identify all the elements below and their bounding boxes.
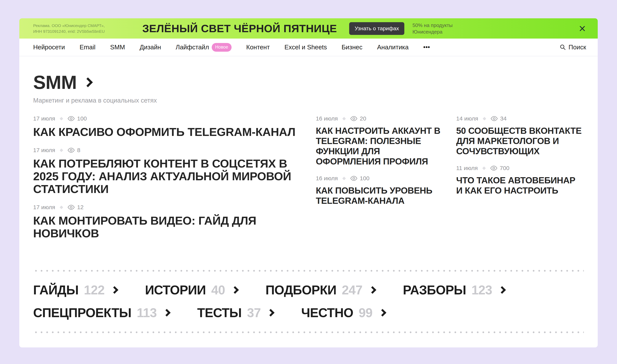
category-count: 247: [342, 284, 362, 296]
article-item[interactable]: 11 июля 700 ЧТО ТАКОЕ АВТОВЕБИНАР И КАК …: [456, 165, 584, 196]
chevron-right-icon: [369, 286, 376, 294]
article-views: 700: [500, 165, 509, 171]
nav-item-label: Excel и Sheets: [284, 44, 327, 51]
nav-item-label: Email: [80, 44, 96, 51]
nav-item-label: Дизайн: [140, 44, 161, 51]
article-date: 11 июля: [456, 165, 478, 171]
nav-item-label: Аналитика: [377, 44, 409, 51]
article-title: КАК ПОВЫСИТЬ УРОВЕНЬ TELEGRAM-КАНАЛА: [316, 185, 443, 206]
more-dots-icon: •••: [423, 44, 430, 51]
category-count: 122: [84, 284, 104, 296]
article-item[interactable]: 16 июля 20 КАК НАСТРОИТЬ АККАУНТ В TELEG…: [316, 115, 443, 167]
article-title: КАК КРАСИВО ОФОРМИТЬ TELEGRAM-КАНАЛ: [33, 126, 303, 138]
banner-title: ЗЕЛЁНЫЙ СВЕТ ЧЁРНОЙ ПЯТНИЦЕ: [142, 22, 337, 35]
search-icon: [560, 44, 566, 50]
category-label: ТЕСТЫ: [197, 306, 242, 319]
article-date: 14 июля: [456, 115, 478, 122]
search-label: Поиск: [569, 44, 586, 51]
nav-item-business[interactable]: Бизнес: [341, 44, 362, 51]
banner-promo-line1: 50% на продукты: [412, 22, 452, 28]
category-podborki[interactable]: ПОДБОРКИ 247: [266, 284, 376, 296]
tariffs-button[interactable]: Узнать о тарифах: [349, 22, 404, 35]
category-specproekty[interactable]: СПЕЦПРОЕКТЫ 113: [33, 306, 171, 319]
nav-item-more[interactable]: •••: [423, 44, 430, 51]
ad-disclaimer: Реклама. ООО «Юнисендер СМАРТ», ИНН 9731…: [33, 23, 124, 34]
category-label: СПЕЦПРОЕКТЫ: [33, 306, 131, 319]
nav-item-email[interactable]: Email: [80, 44, 96, 51]
nav-item-label: Лайфстайл: [176, 44, 209, 51]
article-title: 50 СООБЩЕСТВ ВКОНТАКТЕ ДЛЯ МАРКЕТОЛОГОВ …: [456, 126, 584, 156]
ad-disclaimer-line2: ИНН 9731091240, erid: 2VSb5wSbnEU: [33, 28, 124, 34]
article-meta: 16 июля 20: [316, 115, 443, 122]
nav-item-design[interactable]: Дизайн: [140, 44, 161, 51]
close-icon: [579, 25, 586, 32]
banner-promo: 50% на продукты Юнисендера: [412, 22, 452, 35]
nav-item-analytics[interactable]: Аналитика: [377, 44, 409, 51]
article-meta: 11 июля 700: [456, 165, 584, 171]
category-testy[interactable]: ТЕСТЫ 37: [197, 306, 275, 319]
category-count: 40: [211, 284, 225, 296]
diamond-separator-icon: [482, 166, 486, 170]
nav-item-label: Бизнес: [341, 44, 362, 51]
page-title: SMM: [33, 73, 77, 92]
article-meta: 17 июля 12: [33, 204, 303, 210]
article-item[interactable]: 17 июля 8 КАК ПОТРЕБЛЯЮТ КОНТЕНТ В СОЦСЕ…: [33, 147, 303, 195]
article-item[interactable]: 14 июля 34 50 СООБЩЕСТВ ВКОНТАКТЕ ДЛЯ МА…: [456, 115, 584, 156]
categories-list: ГАЙДЫ 122 ИСТОРИИ 40 ПОДБОРКИ 247 РАЗБОР…: [33, 284, 584, 319]
new-badge: Новое: [212, 43, 231, 52]
article-meta: 14 июля 34: [456, 115, 584, 122]
articles-column-3: 14 июля 34 50 СООБЩЕСТВ ВКОНТАКТЕ ДЛЯ МА…: [456, 115, 584, 204]
diamond-separator-icon: [60, 206, 63, 209]
article-item[interactable]: 17 июля 100 КАК КРАСИВО ОФОРМИТЬ TELEGRA…: [33, 115, 303, 138]
article-item[interactable]: 16 июля 100 КАК ПОВЫСИТЬ УРОВЕНЬ TELEGRA…: [316, 175, 443, 206]
article-views: 100: [360, 175, 369, 182]
category-count: 99: [359, 306, 372, 319]
articles-column-1: 17 июля 100 КАК КРАСИВО ОФОРМИТЬ TELEGRA…: [33, 115, 303, 248]
diamond-separator-icon: [342, 117, 346, 120]
category-istorii[interactable]: ИСТОРИИ 40: [145, 284, 239, 296]
dotted-divider-bottom: [33, 331, 584, 333]
eye-icon: [68, 116, 75, 121]
nav-item-neuroseti[interactable]: Нейросети: [33, 44, 65, 51]
article-title: ЧТО ТАКОЕ АВТОВЕБИНАР И КАК ЕГО НАСТРОИТ…: [456, 175, 584, 196]
nav-item-label: Контент: [246, 44, 270, 51]
diamond-separator-icon: [60, 117, 63, 120]
eye-icon: [350, 116, 357, 121]
articles-column-2: 16 июля 20 КАК НАСТРОИТЬ АККАУНТ В TELEG…: [316, 115, 443, 214]
article-views: 34: [500, 115, 506, 122]
chevron-right-icon: [163, 309, 171, 317]
article-date: 17 июля: [33, 204, 55, 210]
article-meta: 17 июля 8: [33, 147, 303, 154]
banner-close-button[interactable]: [579, 25, 586, 32]
category-gaidy[interactable]: ГАЙДЫ 122: [33, 284, 118, 296]
nav-item-lifestyle[interactable]: Лайфстайл Новое: [176, 43, 231, 52]
article-date: 17 июля: [33, 147, 55, 154]
category-razbory[interactable]: РАЗБОРЫ 123: [403, 284, 506, 296]
nav-item-label: Нейросети: [33, 44, 65, 51]
chevron-right-icon: [231, 286, 239, 294]
eye-icon: [68, 205, 75, 210]
page-card: Реклама. ООО «Юнисендер СМАРТ», ИНН 9731…: [19, 18, 598, 347]
chevron-right-icon: [111, 286, 118, 294]
article-title: КАК МОНТИРОВАТЬ ВИДЕО: ГАЙД ДЛЯ НОВИЧКОВ: [33, 214, 303, 240]
nav-item-excel-sheets[interactable]: Excel и Sheets: [284, 44, 327, 51]
category-chestno[interactable]: ЧЕСТНО 99: [301, 306, 386, 319]
category-label: ЧЕСТНО: [301, 306, 353, 319]
promo-banner: Реклама. ООО «Юнисендер СМАРТ», ИНН 9731…: [19, 18, 598, 39]
article-date: 16 июля: [316, 115, 338, 122]
main-nav: Нейросети Email SMM Дизайн Лайфстайл Нов…: [19, 39, 598, 56]
article-views: 100: [77, 115, 87, 122]
search-button[interactable]: Поиск: [560, 44, 586, 51]
eye-icon: [490, 165, 497, 171]
nav-item-label: SMM: [110, 44, 125, 51]
nav-item-content[interactable]: Контент: [246, 44, 270, 51]
article-views: 8: [77, 147, 80, 154]
category-label: РАЗБОРЫ: [403, 284, 466, 296]
article-item[interactable]: 17 июля 12 КАК МОНТИРОВАТЬ ВИДЕО: ГАЙД Д…: [33, 204, 303, 240]
section-header[interactable]: SMM: [33, 73, 584, 92]
diamond-separator-icon: [483, 117, 486, 120]
section-subtitle: Маркетинг и реклама в социальных сетях: [33, 97, 584, 104]
nav-item-smm[interactable]: SMM: [110, 44, 125, 51]
category-count: 123: [471, 284, 492, 296]
chevron-right-icon: [379, 309, 386, 317]
